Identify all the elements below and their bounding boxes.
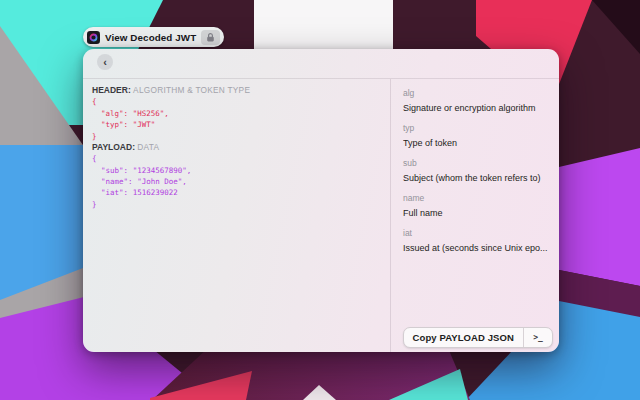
claim-description: Full name xyxy=(403,207,551,219)
chevron-left-icon: ‹ xyxy=(103,57,107,68)
lock-keycap xyxy=(201,30,220,45)
copy-button-label: Copy PAYLOAD JSON xyxy=(404,328,523,347)
window-toolbar: ‹ xyxy=(83,49,559,79)
lock-icon xyxy=(205,32,216,43)
claim-entry: name Full name xyxy=(403,193,551,219)
payload-json-code: { "sub": "1234567890", "name": "John Doe… xyxy=(92,153,390,210)
bg-purple-right-shape xyxy=(559,148,640,286)
window-title-pill[interactable]: View Decoded JWT xyxy=(83,27,224,47)
claim-entry: typ Type of token xyxy=(403,123,551,149)
header-sublabel: ALGORITHM & TOKEN TYPE xyxy=(133,85,250,95)
header-section-label: HEADER: ALGORITHM & TOKEN TYPE xyxy=(92,85,390,96)
claim-description: Signature or encryption algorithm xyxy=(403,102,551,114)
desktop: View Decoded JWT ‹ HEADER: ALGORITHM & T… xyxy=(0,0,640,400)
claim-term: iat xyxy=(403,228,551,238)
claim-term: name xyxy=(403,193,551,203)
pill-title: View Decoded JWT xyxy=(105,32,196,43)
payload-section-label: PAYLOAD: DATA xyxy=(92,142,390,153)
claim-description: Type of token xyxy=(403,137,551,149)
app-icon xyxy=(87,31,100,44)
claims-pane: alg Signature or encryption algorithm ty… xyxy=(391,79,559,352)
claim-term: typ xyxy=(403,123,551,133)
jwt-window: ‹ HEADER: ALGORITHM & TOKEN TYPE { "alg"… xyxy=(83,49,559,352)
claim-description: Subject (whom the token refers to) xyxy=(403,172,551,184)
claim-entry: sub Subject (whom the token refers to) xyxy=(403,158,551,184)
claim-term: alg xyxy=(403,88,551,98)
back-button[interactable]: ‹ xyxy=(97,54,113,70)
header-label: HEADER: xyxy=(92,85,131,95)
claim-entry: alg Signature or encryption algorithm xyxy=(403,88,551,114)
decoded-json-pane: HEADER: ALGORITHM & TOKEN TYPE { "alg": … xyxy=(83,79,391,352)
header-json-code: { "alg": "HS256", "typ": "JWT" } xyxy=(92,96,390,142)
payload-sublabel: DATA xyxy=(137,142,159,152)
claim-entry: iat Issued at (seconds since Unix epo... xyxy=(403,228,551,254)
claim-description: Issued at (seconds since Unix epo... xyxy=(403,242,551,254)
payload-label: PAYLOAD: xyxy=(92,142,135,152)
window-content: HEADER: ALGORITHM & TOKEN TYPE { "alg": … xyxy=(83,79,559,352)
terminal-prompt-icon: >_ xyxy=(524,328,552,347)
copy-payload-json-button[interactable]: Copy PAYLOAD JSON >_ xyxy=(403,327,553,348)
claim-term: sub xyxy=(403,158,551,168)
